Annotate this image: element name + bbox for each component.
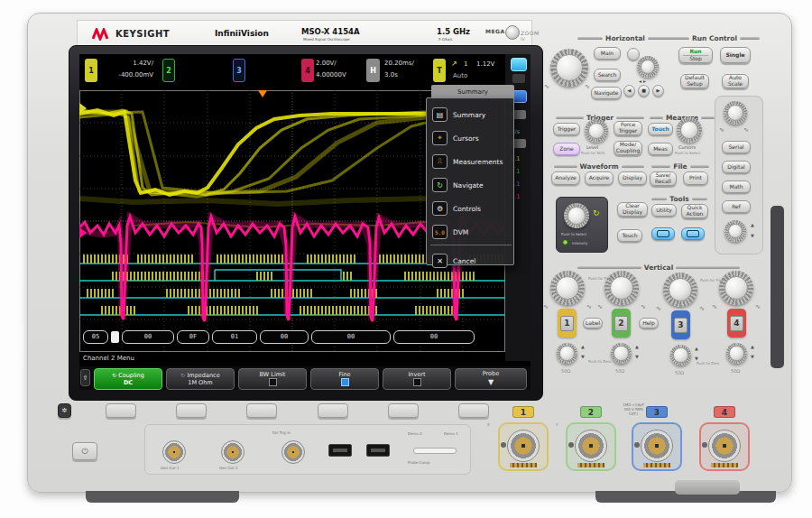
softkey-bw-limit[interactable]: BW Limit [238,368,307,390]
math-button[interactable]: Math [722,180,751,193]
main-button[interactable]: Main [594,47,621,60]
backlit-button-1[interactable] [651,227,675,240]
ch3-position-knob[interactable] [670,345,691,365]
status-trigger-badge[interactable]: T [433,59,446,82]
horizontal-section-title: Horizontal [577,34,673,42]
utility-button[interactable]: Utility [651,204,677,217]
print-button[interactable]: Print [683,171,708,185]
menu-item-controls[interactable]: ⚙Controls [432,198,510,219]
physical-softkey-3[interactable] [246,403,277,418]
help-button[interactable]: Help [639,318,659,328]
vertical-section-title: Vertical [577,264,740,272]
menu-item-summary[interactable]: ▤Summary [432,104,510,125]
run-stop-button[interactable]: RunStop [678,47,713,63]
ch1-button[interactable]: 1 [558,309,577,338]
waveform-section-title: Waveform [554,162,644,171]
mux-scale-knob[interactable] [724,101,747,125]
physical-softkey-5[interactable] [388,403,419,418]
wave-icon: ∿ [543,303,549,310]
ch1-scale-knob[interactable] [550,271,585,305]
physical-softkey-6[interactable] [458,403,489,418]
horizontal-delay-knob[interactable] [637,56,659,78]
x-label: X [487,422,490,427]
menu-item-cursors[interactable]: ⌖Cursors [432,127,510,149]
status-horizontal-badge[interactable]: H [366,59,380,82]
ch3-scale-knob[interactable] [663,273,697,307]
analyze-button[interactable]: Analyze [551,171,580,185]
app-key[interactable]: ✲ [58,403,71,418]
trigger-button[interactable]: Trigger [553,123,580,135]
search-button[interactable]: Search [594,69,621,81]
nav-play-button[interactable]: ▶ [652,85,664,97]
ch1-position-knob[interactable] [557,343,577,364]
ch3-input-bnc [641,430,673,462]
serial-button[interactable]: Serial [722,141,751,153]
ch3-button[interactable]: 3 [671,310,690,339]
touch-button[interactable]: Touch [648,123,673,135]
quick-action-button[interactable]: QuickAction [681,204,708,218]
zone-button[interactable]: Zone [553,143,580,155]
mode-coupling-button[interactable]: Mode/Coupling [614,141,642,155]
intensity-label: Intensity [572,241,587,245]
touch-enable-button[interactable]: Touch [617,229,642,242]
status-ch3-badge[interactable]: 3 [233,59,245,82]
ch2-button[interactable]: 2 [612,309,631,338]
nav-back-button[interactable]: ◀ [623,85,635,97]
display-button[interactable]: Display [618,171,647,185]
bw-limit-checkbox[interactable] [269,378,277,386]
cursors-knob[interactable] [677,117,702,143]
save-recall-button[interactable]: Save/Recall [650,171,677,186]
entry-knob[interactable] [564,203,589,228]
trigger-level-knob[interactable] [585,119,608,143]
up-arrow-icon: ▲ [751,344,754,349]
down-arrow-icon: ▼ [635,354,639,359]
label-button[interactable]: Label [583,318,603,328]
physical-softkey-2[interactable] [176,403,207,418]
ch4-button[interactable]: 4 [727,309,746,338]
default-setup-button[interactable]: DefaultSetup [680,74,709,88]
softkey-invert[interactable]: Invert [383,368,451,390]
nav-stop-button[interactable]: ■ [638,85,650,97]
ref-button[interactable]: Ref [722,200,751,213]
ch2-position-knob[interactable] [611,343,632,364]
knob-function-icon: ↻ [593,208,600,217]
mux-position-knob[interactable] [724,220,746,242]
single-button[interactable]: Single [720,47,751,63]
probe-comp-terminal [413,448,457,454]
navigate-button[interactable]: Navigate [591,87,622,99]
dim-tab-icon[interactable] [512,74,525,83]
status-ch4-badge[interactable]: 4 [301,59,314,82]
invert-checkbox[interactable] [413,378,421,386]
demo2-label: Demo 2 [408,431,422,436]
ch4-scale-knob[interactable] [719,271,753,305]
backlit-button-2[interactable] [681,227,705,240]
acquire-button[interactable]: Acquire [585,171,614,185]
force-trigger-button[interactable]: ForceTrigger [614,121,642,135]
physical-softkey-4[interactable] [318,403,348,418]
softkey-impedance[interactable]: ↻ Impedance1M Ohm [166,368,235,390]
zoom-button[interactable] [627,48,640,60]
up-arrow-icon: ▲ [695,346,698,351]
ch4-position-knob[interactable] [726,343,747,364]
softkey-coupling[interactable]: ↻ CouplingDC [94,368,162,390]
menu-item-dvm[interactable]: 5.0DVM [432,221,510,243]
clear-display-button[interactable]: ClearDisplay [617,202,648,217]
meas-button[interactable]: Meas [648,143,673,155]
touch-zones-icon[interactable] [511,58,527,71]
menu-item-navigate[interactable]: ↻Navigate [432,174,510,196]
power-button[interactable]: ⏻ [72,442,97,460]
auto-scale-button[interactable]: AutoScale [722,74,749,88]
softkey-fine[interactable]: Fine [310,368,379,390]
softkey-probe[interactable]: Probe▼ [455,368,527,390]
fine-checkbox[interactable] [341,378,349,386]
menu-item-measurements[interactable]: ⎍Measurements [432,151,510,172]
menu-item-cancel[interactable]: ✕Cancel [432,250,510,272]
physical-softkey-1[interactable] [106,403,136,418]
status-ch1-badge[interactable]: 1 [85,59,97,82]
softkey-back-button[interactable]: ⇧ [80,369,90,386]
digital-button[interactable]: Digital [722,161,751,173]
ch4-impedance-label: 50Ω [731,368,740,374]
ch2-input-bnc [575,430,607,462]
horizontal-scale-knob[interactable] [550,49,588,87]
status-ch2-badge[interactable]: 2 [162,59,175,82]
